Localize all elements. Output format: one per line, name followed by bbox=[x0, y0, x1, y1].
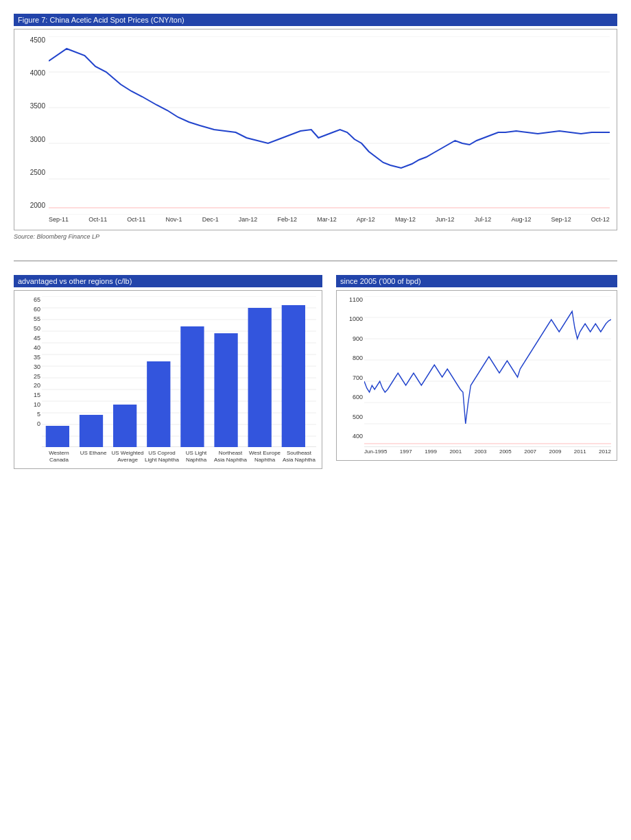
figure7-source: Source: Bloomberg Finance LP bbox=[14, 233, 617, 240]
figure7-title: Figure 7: China Acetic Acid Spot Prices … bbox=[14, 14, 617, 26]
svg-rect-25 bbox=[180, 326, 204, 447]
line-chart2-x-labels: Jun-1995 1997 1999 2001 2003 2005 2007 2… bbox=[364, 448, 611, 455]
svg-rect-28 bbox=[282, 305, 305, 447]
figure7-container: Figure 7: China Acetic Acid Spot Prices … bbox=[14, 14, 617, 240]
svg-rect-22 bbox=[80, 415, 103, 447]
svg-rect-23 bbox=[113, 405, 136, 447]
figure7-x-axis: Sep-11 Oct-11 Oct-11 Nov-1 Dec-1 Jan-12 … bbox=[49, 216, 610, 223]
line-chart2-container: since 2005 ('000 of bpd) 1100 1000 900 8… bbox=[336, 275, 617, 469]
bar-chart-title: advantaged vs other regions (c/lb) bbox=[14, 275, 322, 287]
svg-rect-21 bbox=[46, 426, 69, 447]
bottom-charts-row: advantaged vs other regions (c/lb) 65 60… bbox=[14, 275, 617, 469]
svg-rect-24 bbox=[147, 361, 170, 447]
line-chart2-title: since 2005 ('000 of bpd) bbox=[336, 275, 617, 287]
figure7-svg-area bbox=[49, 36, 610, 215]
bar-chart-box: 65 60 55 50 45 40 35 30 25 20 15 10 5 0 bbox=[14, 290, 322, 469]
bar-x-labels: Western Canada US Ethane US Weighted Ave… bbox=[42, 450, 316, 463]
bar-chart-container: advantaged vs other regions (c/lb) 65 60… bbox=[14, 275, 322, 469]
line-chart2-box: 1100 1000 900 800 700 600 500 400 bbox=[336, 290, 617, 461]
bar-y-labels: 65 60 55 50 45 40 35 30 25 20 15 10 5 0 bbox=[16, 296, 40, 427]
figure7-y-axis: 4500 4000 3500 3000 2500 2000 bbox=[18, 36, 45, 209]
svg-rect-26 bbox=[214, 333, 237, 447]
bar-chart-svg bbox=[42, 296, 316, 447]
figure7-chart-box: 4500 4000 3500 3000 2500 2000 bbox=[14, 29, 617, 230]
divider bbox=[14, 261, 617, 261]
line-chart2-y-labels: 1100 1000 900 800 700 600 500 400 bbox=[338, 296, 363, 440]
line-chart2-svg bbox=[364, 296, 611, 447]
svg-rect-27 bbox=[248, 308, 272, 447]
